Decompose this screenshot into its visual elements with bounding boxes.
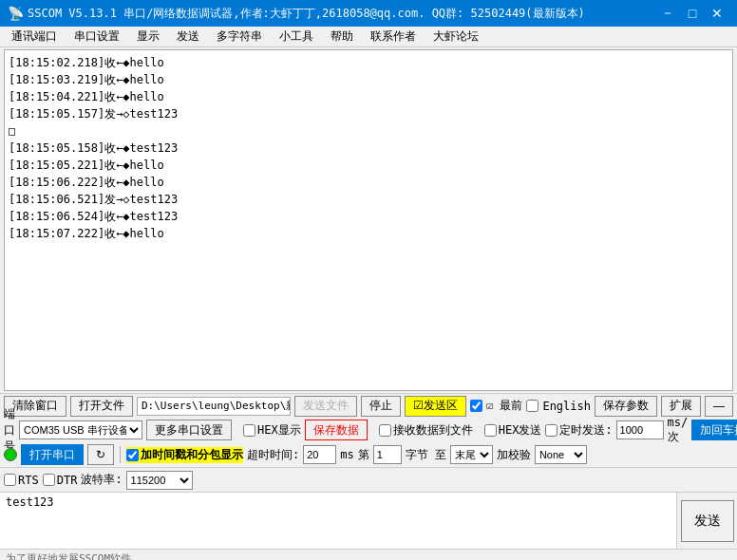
interval-unit: ms/次 [668,416,689,445]
front-checkbox[interactable] [470,400,482,412]
port-config-row: RTS DTR 波特率: 115200 [0,467,737,492]
menu-multistring[interactable]: 多字符串 [209,27,270,47]
port-select[interactable]: COM35 USB 串行设备 [19,420,142,439]
open-file-button[interactable]: 打开文件 [70,396,133,417]
front-checkbox-label[interactable]: ☑ 最前 [470,398,522,414]
dtr-label[interactable]: DTR [43,474,78,487]
close-button[interactable]: ✕ [705,4,729,23]
save-recv-file-label[interactable]: 接收数据到文件 [379,422,473,439]
port-status-led [4,448,17,461]
menu-help[interactable]: 帮助 [323,27,361,47]
send-input[interactable]: test123 [0,493,676,549]
baud-select[interactable]: 115200 [126,471,193,490]
output-line: [18:15:06.222]收←◆hello [9,174,728,191]
menu-comm-port[interactable]: 通讯端口 [4,27,65,47]
english-checkbox-label[interactable]: English [526,400,591,413]
hex-display-checkbox[interactable] [243,424,255,437]
title-text: SSCOM V5.13.1 串口/网络数据调试器,作者:大虾丁丁,2618058… [28,6,655,22]
timeout-input[interactable] [303,445,336,464]
toolbar-file: 清除窗口 打开文件 D:\Users\leung\Desktop\新建文本文档 … [0,393,737,418]
maximize-button[interactable]: □ [680,4,705,23]
toolbar-open-port: 打开串口 ↻ 加时间戳和分包显示 超时时间: ms 第 字节 至 末尾 加校验 … [0,442,737,467]
interval-input[interactable] [616,420,664,439]
menu-port-settings[interactable]: 串口设置 [66,27,127,47]
send-file-button[interactable]: 发送文件 [294,396,357,417]
byte-label: 字节 至 [406,447,446,463]
minimize-button[interactable]: － [655,4,680,23]
output-content: [18:15:02.218]收←◆hello[18:15:03.219]收←◆h… [9,54,728,242]
port-label: 端口号 [4,406,15,455]
send-area-button[interactable]: ☑发送区 [405,396,466,417]
output-area: [18:15:02.218]收←◆hello[18:15:03.219]收←◆h… [4,49,733,391]
hex-send-checkbox[interactable] [484,424,497,437]
output-line: [18:15:03.219]收←◆hello [9,71,728,88]
app-icon: 📡 [8,6,24,21]
toolbar-port: 端口号 COM35 USB 串行设备 更多串口设置 HEX显示 保存数据 接收数… [0,418,737,442]
save-data-button[interactable]: 保存数据 [305,420,368,440]
timestamp-label[interactable]: 加时间戳和分包显示 [126,447,243,463]
file-path: D:\Users\leung\Desktop\新建文本文档 (2).txt [137,397,291,416]
output-line: [18:15:06.521]发→◇test123 [9,191,728,208]
save-params-button[interactable]: 保存参数 [595,396,657,417]
timeout-unit: ms [340,448,353,461]
timestamp-checkbox[interactable] [126,449,139,461]
menu-contact[interactable]: 联系作者 [363,27,424,47]
end-select[interactable]: 末尾 [450,445,493,464]
menu-send[interactable]: 发送 [169,27,207,47]
promo-line1: 为了更好地发展SSCOM软件 [6,551,731,560]
stop-button[interactable]: 停止 [361,396,401,417]
checksum-select[interactable]: None [535,445,587,464]
hex-display-label[interactable]: HEX显示 [243,422,301,439]
baud-label: 波特率: [81,472,122,488]
output-line: [18:15:02.218]收←◆hello [9,54,728,71]
output-line: [18:15:06.524]收←◆test123 [9,208,728,225]
checksum-label: 加校验 [497,447,531,463]
menu-bar: 通讯端口 串口设置 显示 发送 多字符串 小工具 帮助 联系作者 大虾论坛 [0,27,737,47]
multi-port-button[interactable]: 更多串口设置 [146,420,232,440]
output-line: [18:15:04.221]收←◆hello [9,88,728,105]
save-recv-file-checkbox[interactable] [379,424,391,437]
title-bar: 📡 SSCOM V5.13.1 串口/网络数据调试器,作者:大虾丁丁,26180… [0,0,737,27]
hex-send-label[interactable]: HEX发送 [484,422,542,439]
output-line: [18:15:05.157]发→◇test123 [9,105,728,122]
refresh-button[interactable]: ↻ [87,444,114,465]
output-line: [18:15:05.158]收←◆test123 [9,140,728,157]
menu-forum[interactable]: 大虾论坛 [425,27,486,47]
add-crlf-button[interactable]: 加回车换行 [691,420,737,440]
english-checkbox[interactable] [526,400,539,412]
timed-send-checkbox[interactable] [545,424,557,437]
rts-label[interactable]: RTS [4,474,39,487]
send-area: test123 发送 [0,492,737,549]
output-line: [18:15:07.222]收←◆hello [9,225,728,242]
timeout-label: 超时时间: [247,447,299,463]
menu-tools[interactable]: 小工具 [272,27,321,47]
send-button[interactable]: 发送 [681,500,734,542]
rts-checkbox[interactable] [4,474,16,486]
page-input[interactable] [373,445,402,464]
dtr-checkbox[interactable] [43,474,55,486]
output-line: [18:15:05.221]收←◆hello [9,157,728,174]
promo-area: 为了更好地发展SSCOM软件 请为注册嘉立创ERP结尾客户 [0,549,737,560]
expand-button[interactable]: 扩展 [661,396,701,417]
english-label: English [542,400,591,413]
timed-send-label[interactable]: 定时发送: [545,422,612,439]
open-port-button[interactable]: 打开串口 [21,444,84,465]
collapse-button[interactable]: — [705,396,733,417]
send-right: 发送 [676,493,737,549]
menu-display[interactable]: 显示 [129,27,167,47]
output-line: □ [9,122,728,140]
page-label: 第 [358,447,369,463]
send-left: test123 [0,493,676,549]
